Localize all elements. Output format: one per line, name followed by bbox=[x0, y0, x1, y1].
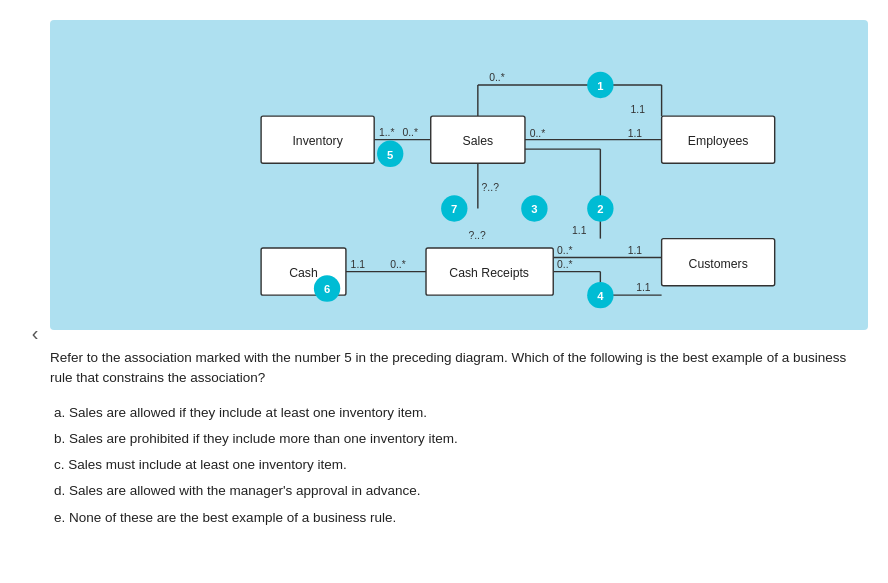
svg-text:Cash Receipts: Cash Receipts bbox=[449, 266, 529, 280]
options-list: a. Sales are allowed if they include at … bbox=[50, 403, 868, 528]
back-button[interactable]: ‹ bbox=[20, 20, 50, 528]
svg-text:5: 5 bbox=[387, 149, 393, 161]
page-container: ‹ 1..* 0..* 0..* 1.1 bbox=[0, 10, 888, 538]
svg-text:7: 7 bbox=[451, 203, 457, 215]
svg-text:Sales: Sales bbox=[463, 134, 494, 148]
svg-text:1.1: 1.1 bbox=[631, 104, 646, 115]
svg-text:1.1: 1.1 bbox=[628, 245, 643, 256]
svg-text:1.1: 1.1 bbox=[572, 225, 587, 236]
main-content: 1..* 0..* 0..* 1.1 0..* 1.1 ?..? bbox=[50, 20, 868, 528]
svg-text:1: 1 bbox=[597, 80, 603, 92]
svg-text:0..*: 0..* bbox=[402, 127, 418, 138]
svg-text:4: 4 bbox=[597, 290, 604, 302]
svg-text:Cash: Cash bbox=[289, 266, 318, 280]
svg-text:0..*: 0..* bbox=[557, 259, 573, 270]
diagram-container: 1..* 0..* 0..* 1.1 0..* 1.1 ?..? bbox=[50, 20, 868, 330]
svg-text:Customers: Customers bbox=[689, 257, 748, 271]
svg-text:1.1: 1.1 bbox=[628, 128, 643, 139]
svg-text:?..?: ?..? bbox=[468, 230, 486, 241]
diagram-svg: 1..* 0..* 0..* 1.1 0..* 1.1 ?..? bbox=[66, 36, 852, 314]
svg-text:0..*: 0..* bbox=[489, 72, 505, 83]
svg-text:1.1: 1.1 bbox=[636, 282, 651, 293]
option-e: e. None of these are the best example of… bbox=[50, 508, 868, 528]
svg-text:Employees: Employees bbox=[688, 134, 749, 148]
svg-text:1..*: 1..* bbox=[379, 127, 395, 138]
svg-text:0..*: 0..* bbox=[530, 128, 546, 139]
svg-text:6: 6 bbox=[324, 283, 330, 295]
option-d: d. Sales are allowed with the manager's … bbox=[50, 481, 868, 501]
question-text: Refer to the association marked with the… bbox=[50, 348, 868, 389]
svg-text:2: 2 bbox=[597, 203, 603, 215]
option-c: c. Sales must include at least one inven… bbox=[50, 455, 868, 475]
svg-text:0..*: 0..* bbox=[557, 245, 573, 256]
svg-text:?..?: ?..? bbox=[482, 182, 500, 193]
svg-text:3: 3 bbox=[531, 203, 537, 215]
svg-text:1.1: 1.1 bbox=[351, 259, 366, 270]
svg-text:0..*: 0..* bbox=[390, 259, 406, 270]
option-a: a. Sales are allowed if they include at … bbox=[50, 403, 868, 423]
svg-text:Inventory: Inventory bbox=[292, 134, 343, 148]
option-b: b. Sales are prohibited if they include … bbox=[50, 429, 868, 449]
